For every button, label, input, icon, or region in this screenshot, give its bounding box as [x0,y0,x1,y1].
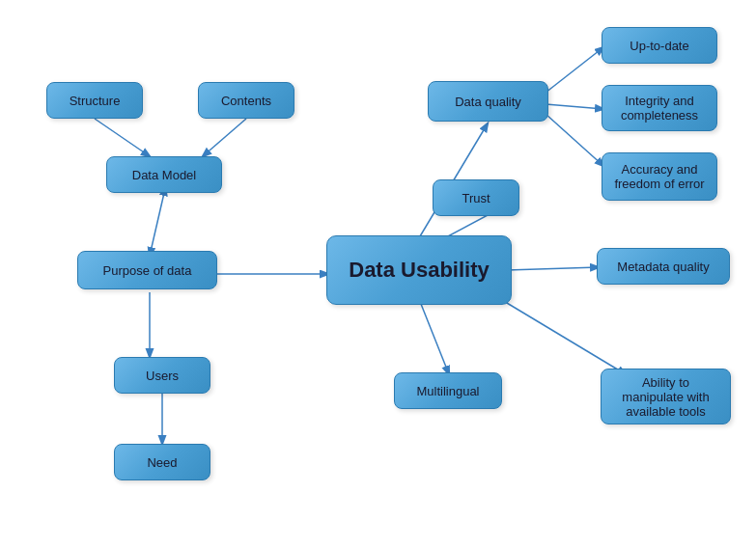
purpose-node: Purpose of data [77,251,217,289]
svg-line-2 [150,193,164,256]
contents-node: Contents [198,82,294,119]
svg-line-1 [203,119,246,156]
need-node: Need [114,444,210,480]
svg-line-13 [546,114,603,166]
svg-line-12 [546,104,603,109]
svg-line-10 [492,294,626,374]
users-node: Users [114,357,210,394]
data-usability-node: Data Usability [326,235,512,305]
structure-node: Structure [46,82,143,119]
accuracy-node: Accuracy and freedom of error [602,152,717,201]
integrity-node: Integrity and completeness [602,85,717,131]
metadata-quality-node: Metadata quality [597,248,730,285]
up-to-date-node: Up-to-date [602,27,717,64]
svg-line-11 [546,47,603,93]
svg-line-9 [507,267,599,270]
multilingual-node: Multilingual [394,372,502,409]
svg-line-8 [417,294,449,374]
data-model-node: Data Model [106,156,222,193]
data-quality-node: Data quality [428,81,548,122]
ability-node: Ability to manipulate with available too… [601,369,731,424]
trust-node: Trust [433,179,519,216]
svg-line-0 [95,119,150,156]
